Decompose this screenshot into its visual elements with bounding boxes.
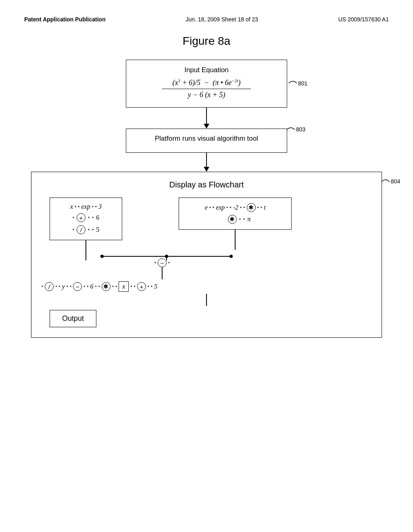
header-right: US 2009/157630 A1 bbox=[338, 16, 389, 23]
svg-point-6 bbox=[165, 255, 168, 258]
svg-point-4 bbox=[229, 255, 233, 258]
box-803: Platform runs visual algorithm tool 803 bbox=[126, 129, 287, 153]
ref-label-804: 804 bbox=[380, 176, 406, 187]
box-801: Input Equation (x3 + 6)/5 − (π • 6e−2t) … bbox=[126, 60, 287, 108]
equation-numerator: (x3 + 6)/5 − (π • 6e−2t) bbox=[134, 78, 279, 87]
bottom-expression-row: • / • • y • • − • • 6 • • ✱ • • x bbox=[42, 281, 371, 292]
flowchart-title: Display as Flowchart bbox=[42, 180, 371, 189]
right-row-1: e • • exp • • -2 • • ✱ • bbox=[205, 203, 266, 212]
output-section: Output bbox=[42, 308, 371, 327]
minus-node-section: • − • bbox=[0, 258, 371, 279]
output-vline bbox=[206, 294, 207, 306]
svg-text:803: 803 bbox=[296, 126, 306, 133]
fraction-line bbox=[162, 89, 251, 89]
left-row-2: • + • • 6 bbox=[73, 213, 100, 222]
left-row-1: x • • exp • • 3 bbox=[70, 203, 102, 210]
box-801-label: Input Equation bbox=[134, 66, 279, 74]
figure-title: Figure 8a bbox=[24, 35, 389, 48]
box-804: Display as Flowchart x • • exp • bbox=[31, 172, 382, 338]
minus-vline bbox=[162, 267, 163, 279]
sub-box-right: e • • exp • • -2 • • ✱ • bbox=[179, 197, 292, 230]
svg-text:804: 804 bbox=[391, 178, 400, 185]
header-left: Patent Application Publication bbox=[24, 16, 106, 23]
right-row-2: ✱ • • π bbox=[228, 215, 250, 224]
svg-point-3 bbox=[100, 255, 104, 258]
arrow-2 bbox=[204, 153, 209, 172]
ref-label-803: 803 bbox=[285, 125, 309, 134]
output-box: Output bbox=[50, 310, 96, 327]
flowchart-inner: x • • exp • • 3 • + • bbox=[42, 197, 371, 327]
equation-denominator: y − 6 (x + 5) bbox=[134, 91, 279, 99]
page-header: Patent Application Publication Jun. 18, … bbox=[24, 16, 389, 23]
merge-svg bbox=[50, 228, 380, 260]
diagram-container: Input Equation (x3 + 6)/5 − (π • 6e−2t) … bbox=[24, 60, 389, 338]
arrow-1 bbox=[204, 108, 209, 129]
header-center: Jun. 18, 2009 Sheet 18 of 23 bbox=[186, 16, 258, 23]
box-803-label: Platform runs visual algorithm tool bbox=[134, 135, 279, 143]
svg-text:801: 801 bbox=[298, 80, 308, 86]
ref-label-801: 801 bbox=[287, 77, 309, 90]
merge-connector bbox=[42, 240, 371, 248]
